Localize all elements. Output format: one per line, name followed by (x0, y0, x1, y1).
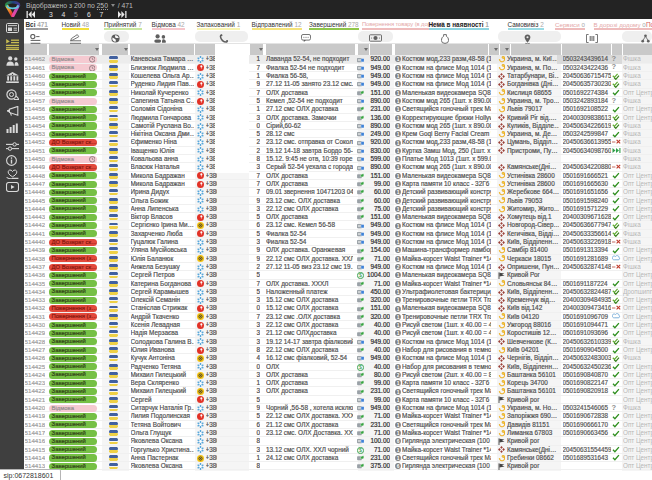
svg-text:1: 1 (396, 140, 399, 145)
svg-text:1: 1 (396, 240, 399, 245)
svg-text:2: 2 (396, 265, 399, 270)
svg-text:1: 1 (396, 90, 399, 95)
svg-text:1: 1 (396, 165, 399, 170)
svg-text:1: 1 (396, 422, 399, 427)
svg-text:1: 1 (396, 406, 399, 411)
svg-text:1: 1 (396, 223, 399, 228)
svg-text:1: 1 (396, 99, 399, 104)
svg-text:1: 1 (396, 82, 399, 87)
svg-text:1: 1 (396, 207, 399, 212)
svg-text:1: 1 (396, 298, 399, 303)
svg-text:1: 1 (396, 256, 399, 261)
svg-text:1: 1 (396, 198, 399, 203)
svg-text:$: $ (359, 364, 362, 370)
svg-text:1: 1 (396, 248, 399, 253)
svg-text:1: 1 (396, 323, 399, 328)
svg-text:1: 1 (396, 339, 399, 344)
svg-text:$: $ (359, 273, 362, 279)
svg-text:1: 1 (396, 115, 399, 120)
svg-text:$: $ (359, 447, 362, 453)
svg-text:1: 1 (396, 315, 399, 320)
svg-text:1: 1 (396, 273, 399, 278)
svg-text:1: 1 (396, 190, 399, 195)
svg-text:1: 1 (396, 356, 399, 361)
svg-text:6: 6 (396, 464, 399, 469)
svg-text:1: 1 (396, 124, 399, 129)
svg-text:1: 1 (396, 215, 399, 220)
svg-text:6: 6 (396, 439, 399, 444)
svg-text:1: 1 (396, 331, 399, 336)
svg-text:1: 1 (396, 149, 399, 154)
svg-text:1: 1 (396, 57, 399, 62)
svg-text:1: 1 (396, 398, 399, 403)
svg-text:1: 1 (396, 290, 399, 295)
svg-text:1: 1 (396, 132, 399, 137)
svg-text:1: 1 (396, 65, 399, 70)
svg-text:1: 1 (396, 157, 399, 162)
svg-text:1: 1 (396, 414, 399, 419)
svg-text:1: 1 (396, 281, 399, 286)
svg-text:1: 1 (396, 389, 399, 394)
svg-text:1: 1 (396, 447, 399, 452)
svg-text:1: 1 (396, 348, 399, 353)
svg-text:1: 1 (396, 232, 399, 237)
svg-text:1: 1 (396, 456, 399, 461)
svg-text:1: 1 (396, 306, 399, 311)
svg-text:1: 1 (396, 381, 399, 386)
svg-text:1: 1 (396, 182, 399, 187)
svg-text:1: 1 (396, 74, 399, 79)
svg-text:1: 1 (396, 431, 399, 436)
svg-text:1: 1 (396, 173, 399, 178)
svg-text:1: 1 (396, 364, 399, 369)
svg-text:1: 1 (396, 107, 399, 112)
svg-text:2: 2 (396, 373, 399, 378)
